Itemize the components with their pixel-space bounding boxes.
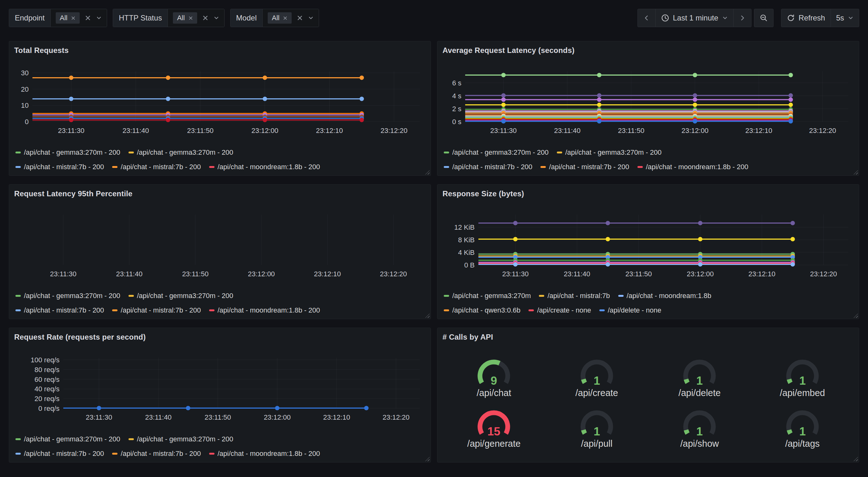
chip-remove-icon[interactable]: [71, 16, 75, 21]
legend-item[interactable]: /api/chat - mistral:7b: [539, 292, 610, 300]
time-shift-back-button[interactable]: [638, 9, 656, 27]
legend-item[interactable]: /api/chat - gemma3:270m - 200: [557, 148, 662, 157]
legend-item[interactable]: /api/chat - moondream:1.8b - 200: [209, 450, 320, 458]
legend-item[interactable]: /api/chat - moondream:1.8b: [618, 292, 711, 300]
chip-remove-icon[interactable]: [188, 16, 193, 21]
svg-text:23:11:30: 23:11:30: [86, 413, 112, 421]
gauge-api-generate: 15/api/generate: [442, 407, 546, 449]
svg-text:23:12:20: 23:12:20: [380, 127, 407, 135]
legend-item[interactable]: /api/chat - mistral:7b - 200: [112, 450, 200, 458]
legend-swatch-icon: [16, 453, 21, 455]
filter-value-dropdown[interactable]: All: [263, 9, 319, 27]
chart-body: 23:11:3023:11:4023:11:5023:12:0023:12:10…: [14, 352, 426, 427]
time-series-chart[interactable]: 23:11:3023:11:4023:11:5023:12:0023:12:10…: [14, 209, 426, 283]
legend-item[interactable]: /api/chat - gemma3:270m - 200: [16, 292, 120, 300]
zoom-out-button[interactable]: [754, 9, 774, 27]
panel-title[interactable]: Response Size (bytes): [442, 189, 854, 199]
legend-item[interactable]: /api/chat - mistral:7b - 200: [444, 163, 532, 171]
legend-item[interactable]: /api/chat - gemma3:270m - 200: [128, 148, 234, 157]
svg-text:23:11:40: 23:11:40: [564, 270, 590, 278]
chart-legend: /api/chat - gemma3:270m - 200/api/chat -…: [14, 145, 426, 174]
legend-item[interactable]: /api/create - none: [528, 306, 591, 315]
panel-title[interactable]: Request Latency 95th Percentile: [14, 189, 426, 199]
filter-selected-chip[interactable]: All: [268, 12, 292, 24]
chart-body: 23:11:3023:11:4023:11:5023:12:0023:12:10…: [14, 209, 426, 284]
svg-text:23:12:00: 23:12:00: [251, 127, 278, 135]
chevron-down-icon[interactable]: [96, 15, 102, 21]
panel-resize-handle[interactable]: [425, 170, 430, 175]
svg-text:23:12:10: 23:12:10: [745, 127, 772, 135]
legend-swatch-icon: [618, 295, 624, 297]
panel-title[interactable]: Request Rate (requests per second): [14, 332, 426, 342]
legend-item[interactable]: /api/chat - gemma3:270m: [444, 292, 531, 300]
time-series-chart[interactable]: 23:11:3023:11:4023:11:5023:12:0023:12:10…: [442, 65, 854, 140]
panel-title[interactable]: Total Requests: [14, 46, 426, 55]
chip-remove-icon[interactable]: [283, 16, 287, 21]
panel-resize-handle[interactable]: [425, 457, 430, 461]
svg-text:23:12:10: 23:12:10: [323, 413, 350, 421]
filter-selected-chip[interactable]: All: [56, 12, 80, 24]
panel-resize-handle[interactable]: [854, 457, 858, 461]
legend-item[interactable]: /api/chat - mistral:7b - 200: [540, 163, 629, 171]
time-controls: Last 1 minute: [638, 9, 860, 27]
refresh-button[interactable]: Refresh: [781, 9, 831, 27]
time-shift-forward-button[interactable]: [733, 9, 751, 27]
svg-text:23:11:50: 23:11:50: [182, 270, 209, 278]
legend-label: /api/chat - mistral:7b - 200: [24, 163, 104, 171]
legend-label: /api/delete - none: [608, 306, 661, 315]
filter-clear-icon[interactable]: [85, 15, 91, 21]
legend-item[interactable]: /api/delete - none: [599, 306, 661, 315]
time-series-chart[interactable]: 23:11:3023:11:4023:11:5023:12:0023:12:10…: [442, 209, 854, 283]
filter-clear-icon[interactable]: [202, 15, 209, 21]
panel-title[interactable]: Average Request Latency (seconds): [442, 46, 854, 55]
time-range-picker[interactable]: Last 1 minute: [655, 9, 734, 27]
legend-item[interactable]: /api/chat - qwen3:0.6b: [444, 306, 520, 315]
legend-item[interactable]: /api/chat - mistral:7b - 200: [16, 306, 104, 315]
legend-label: /api/chat - mistral:7b - 200: [121, 450, 200, 458]
gauge-label: /api/create: [576, 388, 618, 398]
legend-item[interactable]: /api/chat - gemma3:270m - 200: [16, 148, 120, 157]
legend-item[interactable]: /api/chat - gemma3:270m - 200: [444, 148, 549, 157]
panel-title[interactable]: # Calls by API: [442, 332, 854, 342]
legend-label: /api/chat - gemma3:270m - 200: [137, 148, 234, 157]
legend-item[interactable]: /api/chat - gemma3:270m - 200: [128, 292, 234, 300]
panel-response-size-bytes: Response Size (bytes)23:11:3023:11:4023:…: [437, 184, 859, 319]
legend-label: /api/chat - gemma3:270m - 200: [24, 435, 120, 443]
panel-request-latency-95th-percentile: Request Latency 95th Percentile23:11:302…: [9, 184, 431, 319]
legend-item[interactable]: /api/chat - moondream:1.8b - 200: [209, 306, 320, 315]
time-series-chart[interactable]: 23:11:3023:11:4023:11:5023:12:0023:12:10…: [14, 352, 426, 426]
legend-item[interactable]: /api/chat - moondream:1.8b - 200: [638, 163, 748, 171]
legend-label: /api/chat - gemma3:270m - 200: [565, 148, 662, 157]
chevron-down-icon: [848, 15, 854, 21]
filter-label: HTTP Status: [113, 9, 168, 27]
legend-item[interactable]: /api/chat - mistral:7b - 200: [16, 450, 104, 458]
time-series-chart[interactable]: 23:11:3023:11:4023:11:5023:12:0023:12:10…: [14, 65, 426, 140]
svg-text:1: 1: [799, 374, 806, 387]
filter-clear-icon[interactable]: [297, 15, 303, 21]
svg-text:23:12:20: 23:12:20: [380, 270, 407, 278]
legend-item[interactable]: /api/chat - mistral:7b - 200: [16, 163, 104, 171]
chevron-down-icon[interactable]: [308, 15, 314, 21]
legend-item[interactable]: /api/chat - gemma3:270m - 200: [128, 435, 234, 443]
legend-item[interactable]: /api/chat - mistral:7b - 200: [112, 306, 200, 315]
legend-item[interactable]: /api/chat - gemma3:270m - 200: [16, 435, 120, 443]
filter-value-dropdown[interactable]: All: [51, 9, 107, 27]
filter-selected-chip[interactable]: All: [173, 12, 197, 24]
panel-resize-handle[interactable]: [425, 314, 430, 318]
legend-row: /api/chat - mistral:7b - 200/api/chat - …: [444, 160, 854, 174]
panel-resize-handle[interactable]: [854, 170, 858, 175]
filter-endpoint: EndpointAll: [9, 9, 107, 27]
svg-text:1: 1: [696, 425, 703, 438]
panel-average-request-latency-seconds: Average Request Latency (seconds)23:11:3…: [437, 41, 859, 176]
legend-label: /api/chat - gemma3:270m: [452, 292, 531, 300]
legend-label: /api/chat - mistral:7b: [547, 292, 610, 300]
refresh-interval-picker[interactable]: 5s: [831, 9, 859, 27]
svg-text:40 req/s: 40 req/s: [35, 385, 60, 393]
legend-swatch-icon: [16, 152, 21, 153]
refresh-label: Refresh: [799, 13, 825, 22]
filter-value-dropdown[interactable]: All: [168, 9, 224, 27]
chevron-down-icon[interactable]: [214, 15, 219, 21]
panel-resize-handle[interactable]: [854, 314, 858, 318]
legend-item[interactable]: /api/chat - mistral:7b - 200: [112, 163, 200, 171]
legend-item[interactable]: /api/chat - moondream:1.8b - 200: [209, 163, 320, 171]
